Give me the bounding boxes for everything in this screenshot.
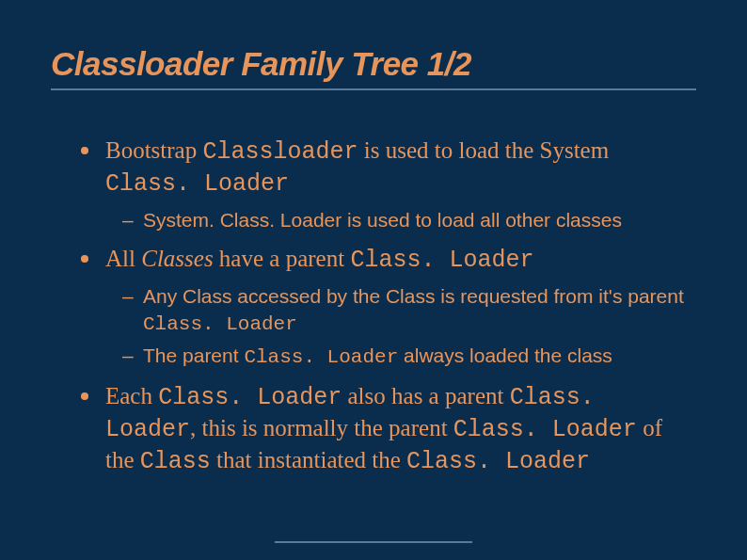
text: always loaded the class bbox=[398, 344, 612, 366]
code: Class. Loader bbox=[453, 416, 637, 443]
text: , this is normally the parent bbox=[190, 415, 453, 440]
footer-divider bbox=[275, 541, 472, 543]
sub-bullet: The parent Class. Loader always loaded t… bbox=[105, 343, 696, 370]
bullet-3: Each Class. Loader also has a parent Cla… bbox=[81, 381, 696, 477]
text: Any Class accessed by the Class is reque… bbox=[143, 285, 684, 307]
slide: Classloader Family Tree 1/2 Bootstrap Cl… bbox=[0, 0, 747, 560]
code: Class bbox=[140, 448, 211, 475]
sub-list: System. Class. Loader is used to load al… bbox=[105, 207, 696, 232]
text: Each bbox=[105, 383, 158, 408]
italic-text: Classes bbox=[141, 246, 213, 271]
sub-bullet: Any Class accessed by the Class is reque… bbox=[105, 283, 696, 337]
code: Class. Loader bbox=[244, 346, 398, 368]
code: Class. Loader bbox=[158, 384, 342, 411]
text: also has a parent bbox=[342, 383, 509, 408]
text: Bootstrap bbox=[105, 137, 202, 163]
text: System. Class. Loader is used to load al… bbox=[143, 209, 622, 231]
text: The parent bbox=[143, 344, 244, 366]
code: Class. Loader bbox=[105, 170, 289, 198]
text: that instantiated the bbox=[211, 447, 406, 472]
bullet-1: Bootstrap Classloader is used to load th… bbox=[81, 136, 696, 232]
code: Class. Loader bbox=[406, 448, 590, 475]
slide-content: Bootstrap Classloader is used to load th… bbox=[51, 136, 696, 477]
code: Class. Loader bbox=[350, 247, 533, 274]
code: Class. Loader bbox=[143, 313, 297, 335]
text: have a parent bbox=[214, 246, 351, 271]
text: is used to load the System bbox=[358, 137, 610, 163]
text: All bbox=[105, 246, 141, 271]
bullet-2: All Classes have a parent Class. Loader … bbox=[81, 244, 696, 370]
slide-title: Classloader Family Tree 1/2 bbox=[51, 45, 696, 83]
title-divider bbox=[51, 88, 696, 90]
sub-list: Any Class accessed by the Class is reque… bbox=[105, 283, 696, 370]
code: Classloader bbox=[202, 138, 358, 166]
bullet-list: Bootstrap Classloader is used to load th… bbox=[81, 136, 696, 477]
sub-bullet: System. Class. Loader is used to load al… bbox=[105, 207, 696, 232]
